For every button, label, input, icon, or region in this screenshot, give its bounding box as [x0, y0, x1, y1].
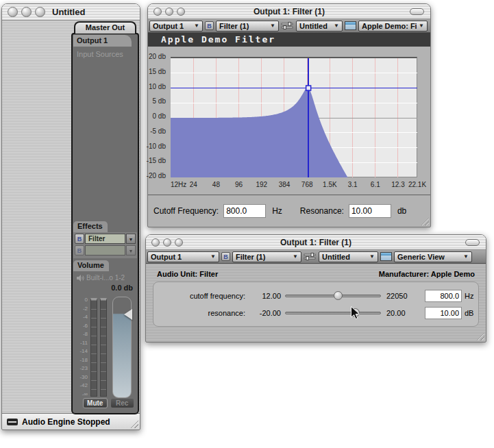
meter-tick: -6 [75, 323, 89, 329]
volume-fader[interactable] [112, 297, 132, 398]
engine-status: Audio Engine Stopped [22, 417, 110, 427]
param-slider[interactable] [285, 308, 381, 318]
effect-popup[interactable]: Filter (1)▼ [232, 251, 301, 262]
bypass-icon: B [75, 245, 84, 256]
resize-grip[interactable] [476, 332, 484, 340]
master-out-tab[interactable]: Master Out [74, 21, 136, 34]
chevron-down-icon: ▼ [293, 253, 298, 260]
y-tick-label: 5 db [153, 98, 166, 105]
output-popup[interactable]: Output 1▼ [147, 251, 219, 262]
channel-strip: Output 1 Input Sources Effects B Filter … [71, 33, 139, 414]
slider-thumb[interactable] [334, 291, 343, 300]
generic-titlebar[interactable]: Output 1: Filter (1) [146, 235, 486, 250]
output-device: Built-i...o 1-2 [77, 274, 125, 282]
bypass-icon[interactable]: B [75, 234, 84, 244]
param-max-value: 20.00 [386, 309, 419, 317]
mixer-titlebar[interactable]: Untitled [2, 4, 140, 21]
audio-unit-name: Audio Unit: Filter [157, 270, 218, 278]
minimize-button[interactable] [21, 7, 32, 17]
collapse-button[interactable] [410, 8, 424, 15]
window-controls [8, 7, 45, 17]
cutoff-input[interactable] [223, 204, 266, 218]
slider-track[interactable] [285, 312, 381, 314]
fader-thumb[interactable] [124, 309, 132, 320]
view-popup[interactable]: Generic View▼ [394, 251, 472, 262]
input-sources-tab[interactable]: Input Sources [77, 50, 123, 58]
resonance-unit: db [397, 206, 406, 216]
meter-tick: -23 [75, 366, 89, 371]
meter-tick: -42 [75, 383, 89, 388]
chevron-down-icon[interactable]: ▼ [126, 245, 136, 256]
effect-popup[interactable]: Filter (1)▼ [216, 21, 279, 32]
y-tick-label: -5 db [150, 128, 166, 135]
bypass-icon[interactable]: B [221, 252, 230, 261]
meter-tick: -14 [75, 349, 89, 354]
x-tick-label: 96 [235, 181, 243, 188]
parameter-row: cutoff frequency:12.0022050Hz [156, 287, 476, 304]
manufacturer-name: Manufacturer: Apple Demo [379, 270, 475, 278]
volume-box: Built-i...o 1-2 0.0 db 0-2-4-6-8-11-14-1… [73, 271, 137, 412]
cutoff-unit: Hz [272, 206, 282, 216]
chevron-down-icon: ▼ [334, 23, 339, 29]
x-axis-labels: 12Hz2448961923847681.5K3.16.112.322.1K [171, 181, 417, 190]
mouse-cursor [351, 306, 360, 320]
meter-bar-right [100, 298, 107, 397]
param-unit: Hz [465, 292, 473, 300]
param-min-value: -20.00 [245, 309, 281, 317]
meter-tick: 0 [75, 297, 89, 303]
response-curve[interactable] [171, 58, 417, 177]
resonance-input[interactable] [349, 204, 391, 218]
chevron-down-icon: ▼ [463, 253, 469, 260]
stop-icon [7, 419, 18, 425]
x-tick-label: 192 [256, 181, 267, 188]
collapse-button[interactable] [465, 239, 480, 246]
zoom-button[interactable] [35, 7, 45, 17]
y-tick-label: 0 db [153, 113, 166, 120]
y-tick-label: 10 db [149, 84, 166, 90]
resize-grip[interactable] [129, 419, 138, 428]
document-popup[interactable]: Untitled▼ [296, 21, 343, 32]
document-icon [281, 21, 294, 30]
output-1-tab[interactable]: Output 1 [73, 35, 132, 47]
mute-button[interactable]: Mute [83, 398, 108, 408]
param-value-input[interactable] [425, 307, 462, 319]
y-tick-label: -20 db [147, 173, 166, 179]
chevron-down-icon: ▼ [210, 253, 216, 260]
resize-grip[interactable] [420, 216, 429, 225]
crosshair-handle[interactable] [306, 86, 311, 90]
close-button[interactable] [8, 7, 18, 17]
effect-popup-empty[interactable] [85, 245, 125, 256]
volume-section-tab[interactable]: Volume [73, 260, 109, 271]
plugin-header: Audio Unit: Filter Manufacturer: Apple D… [146, 264, 486, 278]
slider-track[interactable] [285, 295, 381, 297]
output-popup[interactable]: Output 1▼ [149, 21, 203, 32]
param-max-value: 22050 [386, 292, 419, 300]
param-value-input[interactable] [425, 290, 462, 302]
meter-scale: 0-2-4-6-8-11-14-18-23-30-42-∞ [75, 297, 89, 398]
bypass-icon[interactable]: B [205, 21, 214, 30]
graph-titlebar[interactable]: Output 1: Filter (1) [148, 4, 430, 19]
meter-tick: -∞ [75, 392, 89, 397]
rec-button[interactable]: Rec [110, 398, 135, 408]
x-tick-label: 1.5K [323, 181, 337, 188]
chevron-down-icon: ▼ [270, 23, 275, 29]
generic-toolbar: Output 1▼ B Filter (1)▼ Untitled▼ Generi… [146, 250, 486, 264]
x-tick-label: 12.3 [391, 181, 404, 188]
chevron-down-icon[interactable]: ▼ [126, 234, 136, 244]
chevron-down-icon: ▼ [194, 23, 199, 29]
plugin-banner: Apple Demo Filter [148, 33, 430, 47]
effects-section-tab[interactable]: Effects [73, 221, 108, 232]
effect-popup[interactable]: Filter [85, 234, 125, 244]
filter-response-area [171, 88, 348, 177]
chevron-down-icon: ▼ [419, 23, 424, 29]
view-popup[interactable]: Apple Demo: Filter▼ [358, 21, 428, 32]
param-slider[interactable] [285, 291, 381, 301]
document-popup[interactable]: Untitled▼ [319, 251, 378, 262]
param-label: resonance: [156, 309, 245, 317]
response-plot[interactable] [171, 57, 417, 177]
status-bar: Audio Engine Stopped [2, 413, 140, 430]
document-icon [304, 252, 317, 261]
desktop: Untitled Master Out Output 1 Input Sourc… [0, 0, 494, 448]
graph-toolbar: Output 1▼ B Filter (1)▼ Untitled▼ Apple … [148, 19, 430, 33]
x-tick-label: 3.1 [348, 181, 358, 188]
